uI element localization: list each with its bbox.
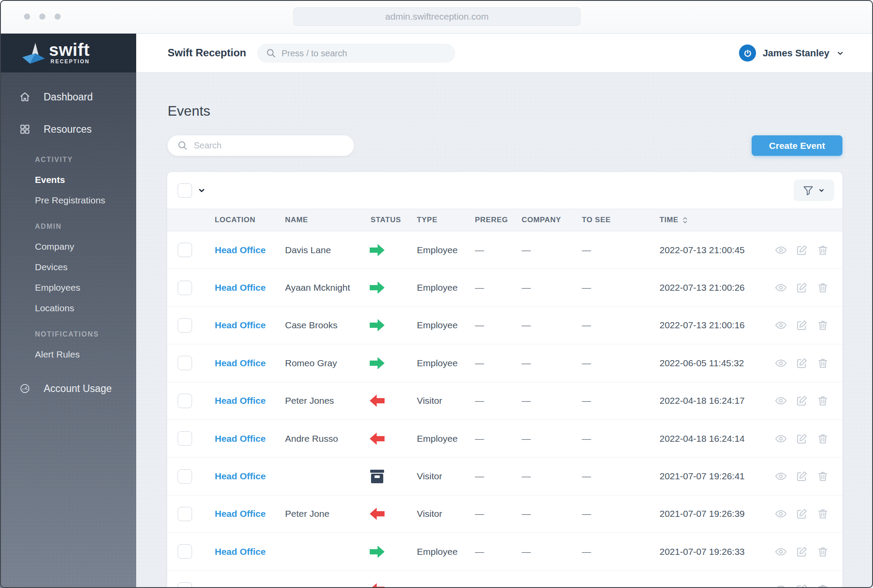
edit-button[interactable] [796, 508, 808, 520]
delete-button[interactable] [817, 357, 829, 369]
row-location-link[interactable]: Head Office [215, 395, 266, 406]
delete-button[interactable] [817, 395, 829, 407]
row-checkbox[interactable] [178, 243, 192, 257]
select-options-chevron-icon[interactable] [197, 186, 206, 195]
sidebar-item-pre-registrations[interactable]: Pre Registrations [0, 195, 136, 206]
events-search-input[interactable] [194, 141, 338, 151]
row-time: 2022-04-18 16:24:17 [652, 395, 761, 406]
edit-button[interactable] [796, 395, 808, 407]
table-toolbar [167, 172, 842, 209]
row-time: 2022-06-05 11:45:32 [652, 358, 761, 368]
row-checkbox[interactable] [178, 356, 192, 370]
view-button[interactable] [775, 395, 787, 407]
row-company: — [516, 320, 580, 330]
row-time: 2021-07-07 19:26:39 [652, 509, 761, 519]
edit-button[interactable] [796, 546, 808, 558]
view-button[interactable] [775, 546, 787, 558]
logo[interactable]: swift RECEPTION [0, 34, 136, 72]
edit-button[interactable] [796, 282, 808, 294]
row-checkbox[interactable] [178, 281, 192, 295]
row-location-link[interactable]: Head Office [215, 471, 266, 481]
edit-button[interactable] [796, 319, 808, 331]
row-checkbox[interactable] [178, 394, 192, 408]
row-company: — [516, 509, 580, 519]
row-to-see: — [580, 245, 652, 255]
row-to-see: — [580, 471, 652, 481]
row-location-link[interactable]: Head Office [215, 358, 266, 368]
edit-button[interactable] [796, 244, 808, 256]
row-status-icon [370, 545, 385, 558]
delete-button[interactable] [817, 470, 829, 482]
row-status-icon [370, 507, 385, 520]
row-checkbox[interactable] [178, 431, 192, 446]
row-location-link[interactable]: Head Office [215, 245, 266, 255]
select-all-checkbox[interactable] [178, 183, 192, 198]
filter-button[interactable] [794, 179, 834, 201]
delete-button[interactable] [817, 508, 829, 520]
sidebar-item-dashboard[interactable]: Dashboard [0, 87, 136, 107]
row-to-see: — [580, 320, 652, 330]
eye-icon [775, 508, 787, 520]
delete-button[interactable] [817, 546, 829, 558]
sidebar-item-events[interactable]: Events [0, 174, 136, 186]
trash-icon [817, 282, 829, 294]
row-prereg: — [468, 282, 516, 293]
edit-button[interactable] [796, 357, 808, 369]
row-checkbox[interactable] [178, 544, 192, 559]
address-bar[interactable]: admin.swiftreception.com [293, 7, 581, 26]
sidebar-item-resources[interactable]: Resources [0, 119, 136, 139]
row-checkbox[interactable] [178, 318, 192, 333]
user-menu[interactable]: James Stanley [739, 34, 845, 72]
user-name: James Stanley [763, 48, 829, 59]
window-dot[interactable] [24, 14, 30, 20]
view-button[interactable] [775, 357, 787, 369]
sidebar-item-alert-rules[interactable]: Alert Rules [0, 349, 136, 360]
events-search[interactable] [168, 135, 354, 156]
sidebar-item-company[interactable]: Company [0, 241, 136, 252]
sidebar-item-account-usage[interactable]: Account Usage [0, 378, 136, 399]
row-checkbox[interactable] [178, 507, 192, 521]
view-button[interactable] [775, 583, 787, 588]
global-search-input[interactable] [282, 48, 439, 58]
delete-button[interactable] [817, 583, 829, 588]
chevron-down-icon [836, 49, 845, 58]
row-checkbox[interactable] [178, 469, 192, 484]
logo-word: swift [49, 41, 90, 58]
edit-button[interactable] [796, 470, 808, 482]
view-button[interactable] [775, 433, 787, 445]
row-location-link[interactable]: Head Office [215, 320, 266, 330]
view-button[interactable] [775, 319, 787, 331]
search-icon [177, 140, 188, 151]
row-location-link[interactable]: Head Office [215, 282, 266, 293]
global-search[interactable] [257, 44, 455, 63]
table-row: Head Office Romeo Gray Employee — — — 20… [167, 344, 842, 382]
table-row: Head Office Ayaan Mcknight Employee — — … [167, 269, 842, 306]
row-company: — [516, 395, 580, 406]
delete-button[interactable] [817, 244, 829, 256]
row-location-link[interactable]: Head Office [215, 547, 266, 557]
view-button[interactable] [775, 470, 787, 482]
row-location-link[interactable]: Head Office [215, 509, 266, 519]
sidebar-item-devices[interactable]: Devices [0, 261, 136, 273]
sidebar-item-locations[interactable]: Locations [0, 303, 136, 314]
edit-button[interactable] [796, 583, 808, 588]
sidebar-item-employees[interactable]: Employees [0, 282, 136, 293]
col-time[interactable]: TIME [652, 216, 761, 224]
row-to-see: — [580, 433, 652, 444]
trash-icon [817, 583, 829, 588]
window-dot[interactable] [55, 14, 61, 20]
window-dot[interactable] [39, 14, 45, 20]
view-button[interactable] [775, 508, 787, 520]
row-location-link[interactable]: Head Office [215, 433, 266, 444]
create-event-button[interactable]: Create Event [752, 135, 842, 156]
window-controls[interactable] [24, 14, 61, 20]
delete-button[interactable] [817, 433, 829, 445]
archive-box-icon [370, 470, 385, 483]
delete-button[interactable] [817, 319, 829, 331]
row-checkbox[interactable] [178, 582, 192, 588]
edit-button[interactable] [796, 433, 808, 445]
sort-icon[interactable] [682, 217, 688, 224]
delete-button[interactable] [817, 282, 829, 294]
view-button[interactable] [775, 244, 787, 256]
view-button[interactable] [775, 282, 787, 294]
